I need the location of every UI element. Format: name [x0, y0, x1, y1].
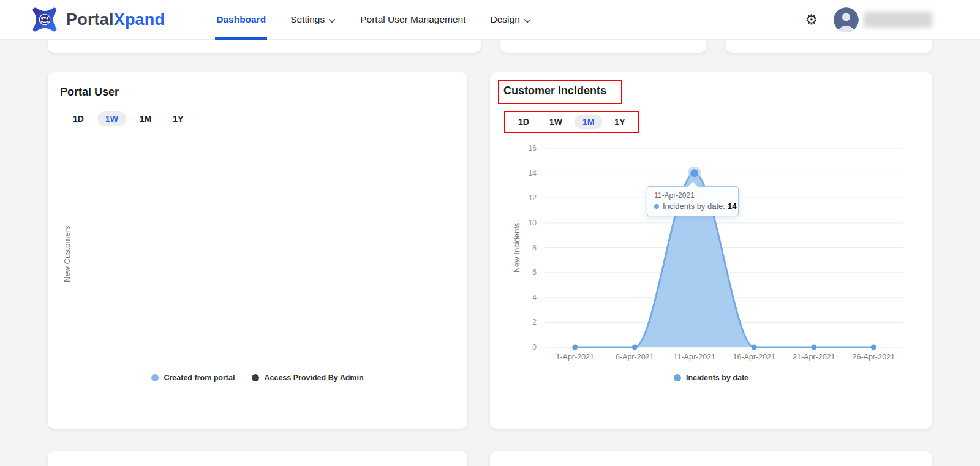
svg-text:26-Apr-2021: 26-Apr-2021 — [853, 353, 895, 361]
avatar-person-icon — [834, 7, 859, 32]
incidents-area-chart: 02468101214161-Apr-20216-Apr-202111-Apr-… — [508, 141, 913, 364]
legend-item: Incidents by date — [674, 374, 748, 382]
portal-user-card: Portal User 1D 1W 1M 1Y New Customers Cr… — [48, 72, 467, 429]
tooltip-value-row: Incidents by date: 14 — [654, 201, 732, 211]
chart-tooltip: 11-Apr-2021 Incidents by date: 14 — [647, 186, 739, 216]
partial-card-bottom-right — [490, 451, 932, 466]
chevron-down-icon — [328, 18, 336, 23]
svg-text:11-Apr-2021: 11-Apr-2021 — [673, 353, 715, 361]
chevron-down-icon — [524, 18, 531, 23]
legend-item: Created from portal — [151, 374, 235, 382]
svg-text:8: 8 — [532, 244, 537, 252]
customer-incidents-card: Customer Incidents 1D 1W 1M 1Y 024681012… — [490, 72, 932, 429]
brand-logo-icon — [31, 6, 59, 34]
svg-text:2: 2 — [532, 318, 537, 326]
nav-item-design[interactable]: Design — [478, 0, 543, 40]
nav-item-settings[interactable]: Settings — [278, 0, 348, 40]
tooltip-value: 14 — [728, 201, 736, 211]
legend-dot-icon — [674, 374, 681, 381]
legend-dot-icon — [252, 374, 259, 381]
legend-item: Access Provided By Admin — [252, 374, 363, 382]
range-1y-button[interactable]: 1Y — [606, 115, 633, 129]
tooltip-date: 11-Apr-2021 — [654, 191, 732, 200]
range-1m-button[interactable]: 1M — [132, 111, 159, 126]
annotation-box-ranges: 1D 1W 1M 1Y — [504, 111, 639, 133]
y-axis-label: New Customers — [62, 193, 72, 315]
nav-item-label: Settings — [290, 14, 325, 25]
nav-item-label: Portal User Management — [360, 14, 466, 25]
svg-text:21-Apr-2021: 21-Apr-2021 — [793, 353, 835, 361]
partial-card-bottom-left — [48, 451, 467, 466]
nav-item-label: Dashboard — [216, 14, 266, 25]
legend-label: Incidents by date — [686, 374, 748, 382]
range-1w-button[interactable]: 1W — [97, 111, 126, 126]
settings-gear-icon[interactable]: ⚙ — [805, 13, 818, 27]
brand-name-primary: Portal — [66, 10, 114, 29]
range-1y-button[interactable]: 1Y — [165, 111, 191, 126]
svg-text:4: 4 — [532, 293, 537, 302]
range-1d-button[interactable]: 1D — [65, 111, 92, 126]
chart-baseline — [81, 363, 452, 363]
brand-name-secondary: Xpand — [114, 10, 165, 29]
partial-card-top-left — [48, 40, 481, 53]
brand-wordmark: PortalXpand — [66, 10, 165, 29]
svg-text:12: 12 — [529, 194, 537, 202]
brand-logo[interactable]: PortalXpand — [31, 6, 165, 34]
svg-text:16-Apr-2021: 16-Apr-2021 — [733, 353, 776, 361]
portal-user-range-toggle: 1D 1W 1M 1Y — [65, 111, 191, 126]
customer-incidents-range-toggle: 1D 1W 1M 1Y — [510, 115, 633, 129]
tooltip-series-label: Incidents by date: — [663, 201, 725, 211]
svg-text:10: 10 — [529, 219, 537, 227]
user-name-redacted — [864, 12, 932, 28]
series-dot-icon — [654, 204, 659, 209]
nav-item-dashboard[interactable]: Dashboard — [204, 0, 278, 40]
legend-label: Created from portal — [164, 374, 235, 382]
svg-text:14: 14 — [529, 169, 537, 178]
annotation-box-title: Customer Incidents — [498, 80, 622, 104]
portal-user-legend: Created from portal Access Provided By A… — [48, 374, 467, 382]
partial-card-top-middle — [500, 40, 706, 53]
user-avatar[interactable] — [834, 7, 859, 32]
svg-text:6: 6 — [532, 268, 537, 277]
nav-item-portal-user-management[interactable]: Portal User Management — [348, 0, 478, 40]
customer-incidents-legend: Incidents by date — [490, 374, 932, 382]
svg-text:New Incidents: New Incidents — [512, 222, 521, 272]
main-nav: Dashboard Settings Portal User Managemen… — [204, 0, 543, 40]
svg-text:0: 0 — [532, 343, 537, 351]
customer-incidents-title: Customer Incidents — [503, 85, 606, 97]
legend-label: Access Provided By Admin — [264, 374, 363, 382]
portal-user-title: Portal User — [60, 86, 119, 99]
top-navbar: PortalXpand Dashboard Settings Portal Us… — [0, 0, 980, 40]
svg-text:1-Apr-2021: 1-Apr-2021 — [556, 353, 594, 361]
legend-dot-icon — [151, 374, 159, 381]
range-1w-button[interactable]: 1W — [541, 115, 570, 129]
svg-text:6-Apr-2021: 6-Apr-2021 — [616, 353, 654, 361]
range-1m-button[interactable]: 1M — [575, 115, 602, 129]
partial-card-top-right — [726, 40, 932, 53]
svg-text:16: 16 — [529, 144, 537, 152]
range-1d-button[interactable]: 1D — [510, 115, 537, 129]
nav-item-label: Design — [491, 14, 520, 25]
navbar-right: ⚙ — [805, 7, 980, 32]
